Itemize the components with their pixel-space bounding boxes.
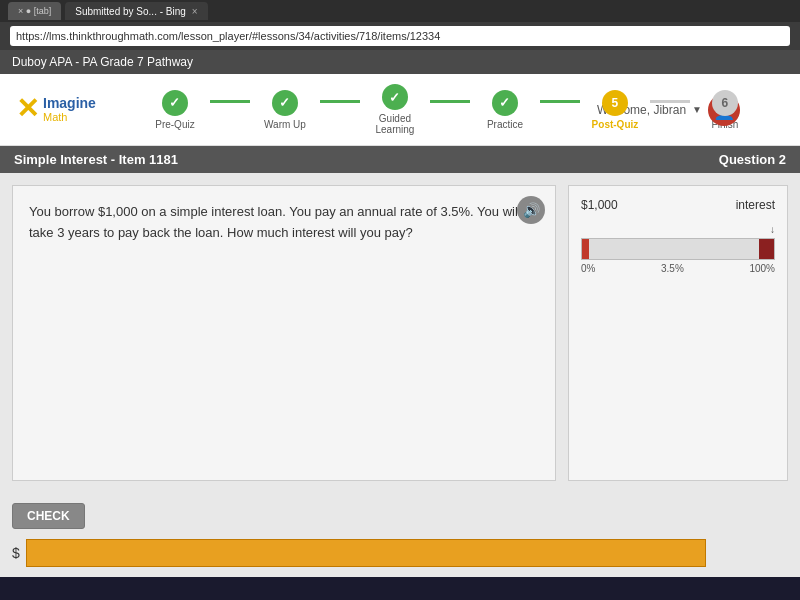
check-button[interactable]: CHECK [12, 503, 85, 529]
dollar-sign: $ [12, 545, 20, 561]
bar-fill-percent [582, 239, 589, 259]
connector-2 [320, 100, 360, 103]
tab-label-1: × ● [tab] [18, 6, 51, 16]
question-header-bar: Simple Interest - Item 1181 Question 2 [0, 146, 800, 173]
browser-tab-1[interactable]: × ● [tab] [8, 2, 61, 20]
connector-1 [210, 100, 250, 103]
visual-label-principal: $1,000 [581, 198, 618, 212]
logo-imagine: Imagine [43, 95, 96, 112]
app-container: Duboy APA - PA Grade 7 Pathway ✕ Imagine… [0, 50, 800, 577]
visual-label-interest: interest [736, 198, 775, 212]
step-label-practice: Practice [487, 119, 523, 130]
answer-input-row: $ [12, 539, 788, 567]
main-content: 🔊 You borrow $1,000 on a simple interest… [0, 173, 800, 493]
step-label-pre-quiz: Pre-Quiz [155, 119, 194, 130]
step-circle-guided [382, 84, 408, 110]
answer-input[interactable] [26, 539, 706, 567]
bar-container: ↓ 0% 3.5% 100% [581, 224, 775, 274]
tab-close-icon[interactable]: × [192, 6, 198, 17]
visual-top-labels: $1,000 interest [581, 198, 775, 212]
logo-math: Math [43, 111, 96, 124]
step-practice[interactable]: Practice [470, 90, 540, 130]
tab-label-2: Submitted by So... - Bing [75, 6, 186, 17]
step-warm-up[interactable]: Warm Up [250, 90, 320, 130]
step-circle-post-quiz: 5 [602, 90, 628, 116]
percent-100: 100% [749, 263, 775, 274]
answer-section: CHECK $ [0, 493, 800, 577]
pathway-label: Duboy APA - PA Grade 7 Pathway [12, 55, 193, 69]
connector-4 [540, 100, 580, 103]
bar-fill-interest [759, 239, 774, 259]
address-bar[interactable]: https://lms.thinkthroughmath.com/lesson_… [10, 26, 790, 46]
logo-text: Imagine Math [43, 95, 96, 125]
visual-panel: $1,000 interest ↓ 0% 3.5% 100% [568, 185, 788, 481]
dropdown-icon[interactable]: ▼ [692, 104, 702, 115]
step-pre-quiz[interactable]: Pre-Quiz [140, 90, 210, 130]
browser-chrome: × ● [tab] Submitted by So... - Bing × ht… [0, 0, 800, 50]
step-number-post-quiz: 5 [612, 96, 619, 110]
header: ✕ Imagine Math Pre-Quiz Warm Up G [0, 74, 800, 146]
logo-x-icon: ✕ [16, 95, 39, 123]
logo-area: ✕ Imagine Math [16, 95, 96, 125]
step-guided-learning[interactable]: GuidedLearning [360, 84, 430, 135]
percent-0: 0% [581, 263, 595, 274]
step-circle-finish: 6 [712, 90, 738, 116]
bar-percent-labels: 0% 3.5% 100% [581, 263, 775, 274]
percent-3-5: 3.5% [661, 263, 684, 274]
step-circle-pre-quiz [162, 90, 188, 116]
question-text: You borrow $1,000 on a simple interest l… [29, 202, 539, 244]
step-circle-warm-up [272, 90, 298, 116]
connector-3 [430, 100, 470, 103]
url-text: https://lms.thinkthroughmath.com/lesson_… [16, 30, 440, 42]
step-label-guided: GuidedLearning [375, 113, 414, 135]
bar-track [581, 238, 775, 260]
browser-addressbar: https://lms.thinkthroughmath.com/lesson_… [0, 22, 800, 50]
pathway-bar: Duboy APA - PA Grade 7 Pathway [0, 50, 800, 74]
browser-tab-2[interactable]: Submitted by So... - Bing × [65, 2, 207, 20]
step-label-warm-up: Warm Up [264, 119, 306, 130]
browser-tabs: × ● [tab] Submitted by So... - Bing × [0, 0, 800, 22]
audio-button[interactable]: 🔊 [517, 196, 545, 224]
question-number: Question 2 [719, 152, 786, 167]
step-number-finish: 6 [722, 96, 729, 110]
question-panel: 🔊 You borrow $1,000 on a simple interest… [12, 185, 556, 481]
step-circle-practice [492, 90, 518, 116]
bar-pointer: ↓ [770, 224, 775, 235]
question-title: Simple Interest - Item 1181 [14, 152, 178, 167]
